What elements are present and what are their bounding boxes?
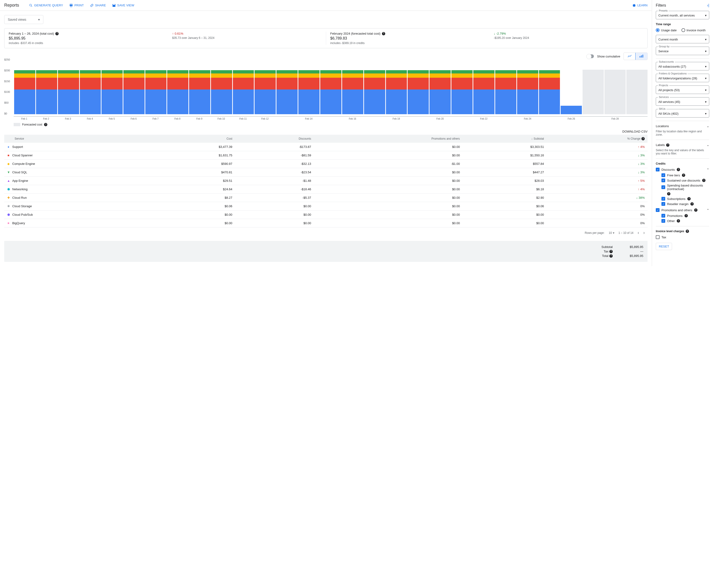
bar-column[interactable] (145, 65, 166, 114)
locations-expand[interactable]: Locations ⌄ (656, 124, 709, 128)
help-icon[interactable]: ? (609, 250, 613, 253)
bar-column[interactable] (320, 65, 341, 114)
bar-column[interactable] (123, 65, 145, 114)
line-chart-button[interactable] (624, 53, 635, 60)
table-row[interactable]: ▲App Engine$29.51-$1.48$0.00$28.03↑ 5% (4, 176, 648, 185)
bar-column[interactable] (583, 65, 604, 114)
folders-select[interactable]: Folders & Organizations All folders/orga… (656, 74, 709, 82)
bar-column[interactable] (211, 65, 232, 114)
services-select[interactable]: Services All services (45) ▾ (656, 97, 709, 106)
spending-checkbox[interactable]: ✓Spending based discounts (contractual) (662, 184, 709, 191)
other-checkbox[interactable]: ✓Other? (662, 219, 709, 223)
prev-page-button[interactable]: ‹ (638, 230, 639, 235)
bar-column[interactable] (364, 65, 385, 114)
bar-column[interactable] (605, 65, 626, 114)
th-cost[interactable]: Cost (151, 135, 235, 143)
bar-chart-icon (639, 55, 644, 58)
th-subtotal[interactable]: ↓Subtotal (463, 135, 547, 143)
subscriptions-checkbox[interactable]: ✓Subscriptions? (662, 197, 709, 201)
bar-column[interactable] (517, 65, 538, 114)
promotions-expand[interactable]: ✓ Promotions and others ? ⌃ (656, 208, 709, 212)
help-icon[interactable]: ? (382, 32, 385, 35)
invoice-month-radio[interactable]: Invoice month (681, 28, 706, 32)
skus-select[interactable]: SKUs All SKUs (402) ▾ (656, 109, 709, 118)
saved-views-dropdown[interactable]: Saved views ▾ (4, 15, 43, 24)
table-row[interactable]: ⬢Cloud Pub/Sub$0.00$0.00$0.00$0.000% (4, 211, 648, 219)
usage-date-radio[interactable]: Usage date (656, 28, 677, 32)
bar-column[interactable] (14, 65, 35, 114)
invoice-charges-label: Invoice level charges ? (656, 230, 709, 233)
time-range-select[interactable]: Current month ▾ (656, 35, 709, 43)
y-tick: $100 (4, 90, 10, 93)
table-row[interactable]: ●Support$3,477.39-$173.87$0.00$3,303.51↑… (4, 143, 648, 151)
rows-per-page-select[interactable]: 10 ▾ (609, 231, 614, 234)
x-tick: Feb 10 (210, 118, 232, 120)
collapse-icon[interactable]: ›| (707, 3, 709, 7)
bar-column[interactable] (452, 65, 473, 114)
arrow-down-icon: ↓ (531, 137, 532, 140)
bar-column[interactable] (102, 65, 123, 114)
bar-column[interactable] (539, 65, 560, 114)
projects-select[interactable]: Projects All projects (53) ▾ (656, 85, 709, 94)
th-promotions[interactable]: Promotions and others (314, 135, 463, 143)
table-row[interactable]: ⬟Networking$24.64-$18.46$0.00$6.18↑ 4% (4, 185, 648, 193)
table-row[interactable]: ★BigQuery$0.00$0.00$0.00$0.000% (4, 219, 648, 228)
table-row[interactable]: ■Cloud Spanner$1,631.75-$81.59$0.00$1,55… (4, 151, 648, 160)
group-by-select[interactable]: Group by Service ▾ (656, 47, 709, 55)
download-csv-button[interactable]: DOWNLOAD CSV (4, 129, 648, 133)
bar-column[interactable] (561, 65, 582, 114)
th-change[interactable]: % Change? (547, 135, 648, 143)
learn-button[interactable]: LEARN (632, 3, 648, 7)
subaccounts-select[interactable]: Subaccounts All subaccounts (27) ▾ (656, 62, 709, 70)
help-icon[interactable]: ? (55, 32, 59, 35)
presets-select[interactable]: Presets Current month, all services ▾ (656, 11, 709, 19)
x-tick (320, 118, 341, 120)
forecast-compare: -$195.20 over January 2024 (494, 36, 643, 40)
bar-column[interactable] (58, 65, 79, 114)
generate-query-button[interactable]: GENERATE QUERY (29, 3, 63, 7)
save-view-button[interactable]: SAVE VIEW (112, 3, 134, 7)
help-icon[interactable]: ? (609, 254, 613, 258)
bar-column[interactable] (36, 65, 57, 114)
next-page-button[interactable]: › (643, 230, 645, 235)
th-service[interactable]: Service (4, 135, 151, 143)
subtotal-label: Subtotal (594, 245, 613, 249)
free-tiers-checkbox[interactable]: ✓Free tiers? (662, 173, 709, 177)
reseller-checkbox[interactable]: ✓Reseller margin? (662, 202, 709, 206)
bar-column[interactable] (473, 65, 495, 114)
table-row[interactable]: ◆Compute Engine$590.97-$32.13-$1.00$557.… (4, 160, 648, 168)
cumulative-toggle[interactable] (587, 55, 594, 58)
bar-column[interactable] (386, 65, 407, 114)
bar-column[interactable] (189, 65, 210, 114)
discounts-expand[interactable]: ✓ Discounts ? ⌃ (656, 168, 709, 171)
bar-column[interactable] (407, 65, 429, 114)
bar-column[interactable] (298, 65, 319, 114)
bar-column[interactable] (495, 65, 517, 114)
table-row[interactable]: ✱Cloud Storage$0.06$0.00$0.00$0.060% (4, 202, 648, 211)
table-row[interactable]: ✚Cloud Run$8.27-$5.37$0.00$2.90↓ 38% (4, 193, 648, 202)
bar-column[interactable] (80, 65, 101, 114)
labels-expand[interactable]: Labels? ⌄ (656, 143, 709, 147)
table-row[interactable]: ▼Cloud SQL$470.81-$23.54$0.00$447.27↓ 3% (4, 168, 648, 176)
bar-column[interactable] (626, 65, 648, 114)
th-discounts[interactable]: Discounts (235, 135, 314, 143)
y-tick: $150 (4, 80, 10, 83)
promotions-checkbox[interactable]: ✓Promotions? (662, 214, 709, 217)
tax-checkbox[interactable]: Tax (656, 235, 709, 239)
forecast-pct: ↓ -2.79% (494, 32, 643, 35)
help-icon[interactable]: ? (667, 192, 670, 195)
bar-column[interactable] (254, 65, 276, 114)
bar-column[interactable] (342, 65, 363, 114)
bar-chart-button[interactable] (635, 52, 648, 60)
share-button[interactable]: SHARE (90, 3, 106, 7)
bar-column[interactable] (167, 65, 188, 114)
bar-column[interactable] (276, 65, 298, 114)
help-icon[interactable]: ? (686, 230, 689, 233)
help-icon[interactable]: ? (44, 123, 47, 126)
print-button[interactable]: PRINT (69, 3, 84, 7)
reset-button[interactable]: RESET (656, 243, 672, 250)
bar-column[interactable] (429, 65, 451, 114)
x-tick (626, 118, 648, 120)
sustained-checkbox[interactable]: ✓Sustained use discounts? (662, 178, 709, 182)
bar-column[interactable] (233, 65, 254, 114)
